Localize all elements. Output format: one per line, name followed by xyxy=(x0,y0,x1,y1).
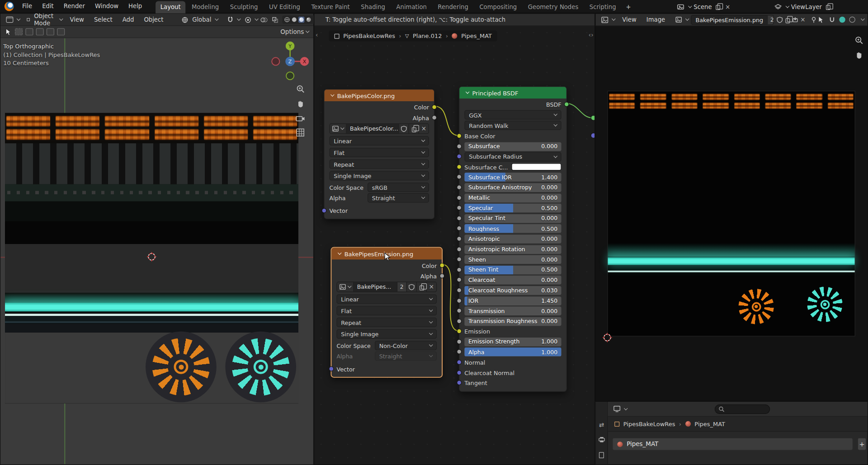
shading-material-icon[interactable] xyxy=(298,17,304,23)
dropdown-repeat[interactable]: Repeat xyxy=(330,160,429,169)
proportional-editing-toggle[interactable] xyxy=(242,16,260,23)
socket-subsurface-ior[interactable] xyxy=(457,174,462,179)
value-slider[interactable]: Anisotropic0.000 xyxy=(464,235,561,244)
new-scene-icon[interactable] xyxy=(714,3,722,10)
image-name[interactable]: BakePipesColor.... xyxy=(347,124,399,133)
unlink-image-icon[interactable]: × xyxy=(799,16,807,23)
socket-sheen[interactable] xyxy=(457,257,462,262)
users-count-badge[interactable]: 2 xyxy=(397,282,406,291)
socket-vector[interactable] xyxy=(329,366,334,371)
menu-view[interactable]: View xyxy=(65,13,89,26)
value-slider[interactable]: Roughness0.500 xyxy=(464,224,561,233)
region-resize-handle[interactable]: ‹ xyxy=(316,33,318,38)
socket-subsurface-anisotropy[interactable] xyxy=(457,185,462,190)
mode-selector[interactable]: Object Mode xyxy=(24,13,65,27)
shader-editor[interactable]: T: Toggle auto-offset direction (right),… xyxy=(314,13,595,465)
users-count-badge[interactable]: 2 xyxy=(767,15,774,24)
xray-toggle-icon[interactable] xyxy=(272,16,278,23)
camera-view-icon[interactable] xyxy=(296,114,305,122)
socket-alpha[interactable] xyxy=(439,273,444,278)
distribution-row[interactable]: GGX xyxy=(464,110,561,120)
socket-roughness[interactable] xyxy=(457,226,462,231)
active-tool-cursor-icon[interactable] xyxy=(5,28,12,36)
workspace-tab-rendering[interactable]: Rendering xyxy=(433,1,473,13)
region-resize-handle[interactable]: ‹› xyxy=(589,33,594,38)
overlays-icon[interactable] xyxy=(260,16,268,23)
node-header[interactable]: BakePipesColor.png xyxy=(325,89,434,101)
collapse-icon[interactable] xyxy=(330,93,335,97)
alpha-mode-row[interactable]: Alpha Straight xyxy=(330,193,429,202)
search-input[interactable] xyxy=(727,406,766,413)
bsdf-input-subsurface[interactable]: Subsurface0.000 xyxy=(464,142,561,151)
scene-name[interactable]: Scene xyxy=(693,3,712,10)
socket-tangent[interactable] xyxy=(457,380,462,385)
socket-alpha[interactable] xyxy=(432,115,437,120)
new-image-icon[interactable] xyxy=(784,16,792,23)
bsdf-input-anisotropic[interactable]: Anisotropic0.000 xyxy=(464,235,561,244)
value-slider[interactable]: Anisotropic Rotation0.000 xyxy=(464,245,561,254)
socket-subsurface-radius[interactable] xyxy=(457,154,462,159)
output-alpha[interactable]: Alpha xyxy=(330,113,429,122)
bsdf-input-specular-tint[interactable]: Specular Tint0.000 xyxy=(464,214,561,223)
display-channels-icon[interactable] xyxy=(849,17,855,23)
color-space-dropdown[interactable]: sRGB xyxy=(368,183,429,192)
add-material-button[interactable]: + xyxy=(858,438,867,451)
image-name[interactable]: BakePipes... xyxy=(354,282,396,291)
material-name[interactable]: Pipes_MAT xyxy=(627,441,658,448)
fake-user-shield-icon[interactable] xyxy=(399,124,409,133)
bsdf-input-transmission-roughness[interactable]: Transmission Roughness0.000 xyxy=(464,317,561,326)
color-space-dropdown[interactable]: Non-Color xyxy=(375,341,437,350)
socket-emission[interactable] xyxy=(457,329,462,334)
image-browse-button[interactable] xyxy=(330,124,347,133)
view-layer-name[interactable]: ViewLayer xyxy=(791,3,822,10)
image-browse-button[interactable] xyxy=(337,282,354,291)
gizmo-y-negative[interactable] xyxy=(286,72,294,80)
breadcrumb-object[interactable]: PipesBakeLowRes xyxy=(343,33,395,39)
socket-color[interactable] xyxy=(439,263,444,268)
editor-type-button[interactable] xyxy=(611,406,629,413)
pack-image-icon[interactable] xyxy=(792,16,799,23)
editor-type-button[interactable] xyxy=(4,17,22,23)
workspace-tab-modeling[interactable]: Modeling xyxy=(187,1,224,13)
options-dropdown[interactable]: Options xyxy=(280,28,309,35)
zoom-icon[interactable] xyxy=(855,36,864,45)
menu-view[interactable]: View xyxy=(617,13,641,26)
bsdf-input-ior[interactable]: IOR1.450 xyxy=(464,296,561,305)
scene-selector[interactable]: Scene × xyxy=(676,0,731,13)
value-slider[interactable]: Clearcoat Roughness0.030 xyxy=(464,286,561,295)
unlink-scene-icon[interactable]: × xyxy=(724,3,731,10)
output-alpha[interactable]: Alpha xyxy=(336,271,437,281)
menu-image[interactable]: Image xyxy=(642,13,670,26)
distribution-dropdown[interactable]: GGX xyxy=(464,110,561,120)
edge-socket-vector[interactable] xyxy=(591,133,594,138)
breadcrumb-object[interactable]: PipesBakeLowRes xyxy=(623,421,675,427)
subsurface-method-row[interactable]: Random Walk xyxy=(464,121,561,130)
value-slider[interactable]: Sheen Tint0.500 xyxy=(464,265,561,274)
socket-normal[interactable] xyxy=(457,360,462,365)
bsdf-input-specular[interactable]: Specular0.500 xyxy=(464,204,561,213)
breadcrumb-material[interactable]: Pipes_MAT xyxy=(694,421,725,427)
socket-clearcoat[interactable] xyxy=(457,277,462,282)
tweak-tool-icon[interactable] xyxy=(818,16,825,23)
properties-tab-arrows-icon[interactable]: ⇄ xyxy=(599,422,604,429)
select-mode-intersect[interactable] xyxy=(57,28,65,35)
value-slider[interactable]: Subsurface0.000 xyxy=(464,142,561,151)
vector-dropdown[interactable]: Subsurface Radius xyxy=(464,152,561,161)
bsdf-input-metallic[interactable]: Metallic0.000 xyxy=(464,193,561,202)
socket-transmission[interactable] xyxy=(457,308,462,313)
bsdf-input-anisotropic-rotation[interactable]: Anisotropic Rotation0.000 xyxy=(464,245,561,254)
bsdf-input-subsurface-anisotropy[interactable]: Subsurface Anisotropy0.000 xyxy=(464,183,561,192)
node-canvas[interactable]: ‹ ‹› PipesBakeLowRes › ▽ Plane.012 › Pip… xyxy=(315,26,595,465)
search-field[interactable] xyxy=(715,404,770,414)
add-workspace-button[interactable]: + xyxy=(622,1,635,13)
gizmo-x-negative[interactable] xyxy=(272,57,279,65)
image-datablock-field[interactable]: BakePipesEmission.png 2 xyxy=(691,14,774,24)
blender-logo-icon[interactable] xyxy=(5,2,14,11)
bsdf-input-clearcoat[interactable]: Clearcoat0.000 xyxy=(464,276,561,285)
bsdf-input-subsurface-c[interactable]: Subsurface C... xyxy=(464,163,561,172)
new-image-icon[interactable] xyxy=(416,282,426,291)
view-layer-selector[interactable]: ViewLayer xyxy=(774,0,832,13)
select-mode-extend[interactable] xyxy=(25,28,33,35)
collapse-icon[interactable] xyxy=(338,251,342,255)
output-color[interactable]: Color xyxy=(330,103,429,112)
